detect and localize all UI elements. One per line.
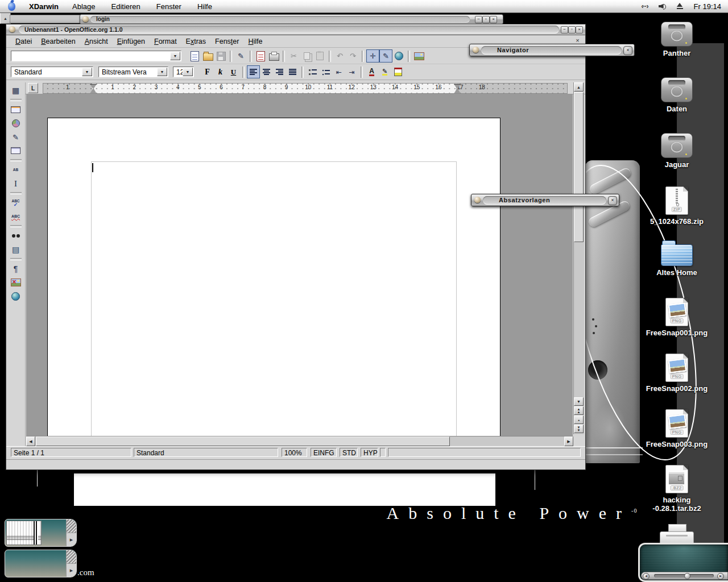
justify-button[interactable]	[286, 65, 299, 78]
volume-icon[interactable]	[659, 3, 666, 10]
url-combo[interactable]: ▼	[11, 51, 181, 61]
previous-page-button[interactable]: ▲▲	[574, 406, 584, 415]
status-insert-mode[interactable]: EINFG	[311, 448, 337, 457]
menu-item[interactable]: Fenster	[210, 38, 243, 45]
menubar-item[interactable]: Editieren	[111, 2, 140, 11]
next-page-button[interactable]: ▼▼	[574, 425, 584, 433]
menubar-item[interactable]: Hilfe	[197, 2, 212, 11]
paste-button[interactable]	[313, 49, 326, 63]
document-page[interactable]	[47, 118, 500, 448]
paragraph-style-combo[interactable]: Standard ▼	[11, 66, 93, 77]
save-button[interactable]	[214, 49, 228, 63]
status-hyperlink-mode[interactable]: HYP	[361, 448, 378, 457]
scroll-right-knob[interactable]: ▶	[717, 573, 724, 580]
open-button[interactable]	[201, 49, 214, 63]
vertical-scrollbar[interactable]: ▲ ▼ ▲▲ ● ▼▼	[573, 82, 584, 434]
desktop-icon-jaguar[interactable]: Jaguar	[640, 133, 714, 169]
navigator-floating-titlebar[interactable]: Navigator ×	[469, 44, 635, 56]
window-knob[interactable]	[474, 197, 481, 203]
redo-button[interactable]: ↷	[346, 49, 359, 63]
undo-button[interactable]: ↶	[333, 49, 346, 63]
insert-graphics-button[interactable]	[9, 117, 23, 130]
desktop-icon-daten[interactable]: Daten	[640, 77, 714, 113]
scroll-up-button[interactable]: ▲	[574, 82, 584, 92]
tab-type-selector[interactable]: L	[28, 83, 38, 93]
menu-item[interactable]: Extras	[181, 38, 210, 45]
maximize-button[interactable]: ▫	[482, 16, 490, 23]
desktop-icon-freesnap003[interactable]: PNG FreeSnap003.png	[640, 409, 714, 448]
close-button[interactable]: ×	[576, 26, 583, 34]
increase-indent-button[interactable]: ⇥	[345, 65, 358, 78]
insert-frame-button[interactable]	[9, 103, 23, 117]
dropdown-arrow-icon[interactable]: ▼	[183, 68, 193, 76]
desktop-icon-altes-home[interactable]: Altes Home	[640, 244, 714, 277]
underline-button[interactable]: U	[227, 65, 240, 78]
copy-button[interactable]	[300, 49, 313, 63]
dropdown-arrow-icon[interactable]: ▼	[170, 52, 180, 60]
menubar-item[interactable]: Fenster	[156, 2, 181, 11]
numbered-list-button[interactable]	[306, 65, 319, 78]
network-status-icon[interactable]: ‹··›	[642, 2, 648, 10]
menu-item[interactable]: Einfügen	[113, 38, 150, 45]
window-knob[interactable]	[9, 26, 15, 32]
menu-item[interactable]: Hilfe	[243, 38, 267, 45]
slider-track[interactable]	[654, 574, 714, 577]
dropdown-arrow-icon[interactable]: ▼	[157, 68, 167, 76]
scroll-left-button[interactable]: ◀	[26, 436, 35, 446]
desktop-icon-panther[interactable]: Panther	[640, 22, 714, 57]
text-cursor-button[interactable]: I	[9, 177, 23, 190]
menu-item[interactable]: Ansicht	[80, 38, 113, 45]
status-zoom[interactable]: 100%	[282, 448, 307, 457]
menu-item[interactable]: Format	[150, 38, 181, 45]
menubar-clock[interactable]: Fr 19:14	[694, 2, 721, 11]
desktop-icon-zip-file[interactable]: ZIP 5_1024x768.zip	[640, 186, 714, 226]
window-knob[interactable]	[82, 16, 89, 22]
resize-grip-icon[interactable]	[67, 519, 76, 533]
minimized-window-top[interactable]: ▶	[5, 519, 77, 547]
horizontal-scroll-thumb[interactable]	[36, 436, 450, 446]
graphics-toggle-button[interactable]: ×	[9, 276, 23, 289]
cut-button[interactable]: ✂	[287, 49, 300, 63]
menu-item[interactable]: Bearbeiten	[36, 38, 80, 45]
expand-arrow-icon[interactable]: ▶	[67, 564, 76, 577]
font-size-combo[interactable]: 12 ▼	[173, 66, 194, 77]
font-name-combo[interactable]: Bitstream Vera ▼	[98, 66, 168, 77]
highlight-button[interactable]: ✎	[378, 65, 391, 78]
status-selection-mode[interactable]: STD	[340, 448, 358, 457]
navigation-dot-button[interactable]: ●	[574, 415, 584, 424]
align-right-button[interactable]	[273, 65, 286, 78]
openoffice-titlebar[interactable]: Unbenannt1 - OpenOffice.org 1.1.0 − ▫ ×	[6, 24, 585, 35]
minimize-button[interactable]: −	[561, 26, 568, 34]
spellcheck-button[interactable]: ABC✓	[9, 196, 23, 210]
form-functions-button[interactable]	[9, 144, 23, 157]
print-button[interactable]	[267, 49, 280, 63]
login-window-titlebar[interactable]: login − ▫ ×	[80, 14, 503, 24]
new-document-button[interactable]	[188, 49, 201, 63]
online-layout-button[interactable]	[9, 289, 23, 303]
navigator-toggle-button[interactable]: ✛	[366, 49, 379, 63]
scroll-down-button[interactable]: ▼	[574, 397, 584, 406]
scroll-left-knob[interactable]: ◀	[643, 573, 650, 580]
apple-menu-icon[interactable]	[8, 2, 15, 11]
find-replace-button[interactable]	[9, 229, 23, 243]
teal-screen-widget[interactable]: ◀ ▶	[638, 543, 728, 582]
close-button[interactable]: ×	[623, 46, 632, 55]
expand-arrow-icon[interactable]: ▶	[67, 533, 76, 546]
export-pdf-button[interactable]	[254, 49, 267, 63]
font-color-button[interactable]: A	[365, 65, 378, 78]
bold-button[interactable]: F	[201, 65, 214, 78]
scroll-right-button[interactable]: ▶	[564, 436, 573, 446]
nonprinting-characters-button[interactable]: ¶	[9, 262, 23, 276]
autotext-button[interactable]: AB	[9, 163, 23, 177]
dropdown-arrow-icon[interactable]: ▼	[82, 68, 92, 76]
eject-icon[interactable]	[676, 3, 684, 10]
hyperlink-button[interactable]	[392, 49, 406, 63]
data-sources-button[interactable]: ▤	[9, 243, 23, 256]
edit-file-button[interactable]: ✎	[234, 49, 247, 63]
close-button[interactable]: ×	[490, 16, 497, 23]
desktop-icon-hacking-archive[interactable]: .BZ2 hacking -0.28.1.tar.bz2	[640, 465, 714, 513]
vertical-scroll-thumb[interactable]	[574, 92, 584, 242]
desktop-icon-freesnap001[interactable]: PNG FreeSnap001.png	[640, 298, 714, 337]
menubar-item[interactable]: Ablage	[72, 2, 95, 11]
draw-functions-button[interactable]: ✎	[9, 130, 23, 144]
